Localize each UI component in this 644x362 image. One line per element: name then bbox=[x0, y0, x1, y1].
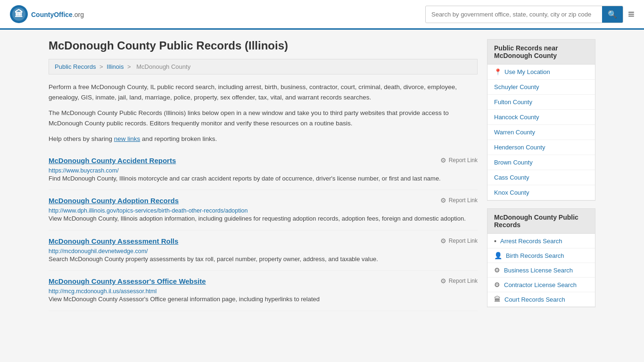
sidebar-record-link-item: ⚙ Business License Search bbox=[487, 263, 595, 278]
records-section: McDonough County Public Records ▪ Arrest… bbox=[487, 208, 595, 307]
logo-icon: 🏛 bbox=[9, 5, 28, 24]
record-item: McDonough County Assessor's Office Websi… bbox=[49, 271, 478, 311]
record-url-link[interactable]: http://mcdonoughil.devnetwedge.com/ bbox=[49, 248, 148, 255]
nearby-county-link[interactable]: Warren County bbox=[494, 129, 535, 136]
record-link[interactable]: Contractor License Search bbox=[504, 281, 577, 288]
breadcrumb: Public Records > Illinois > McDonough Co… bbox=[49, 59, 478, 74]
record-item: McDonough County Adoption Records ⚙ Repo… bbox=[49, 190, 478, 230]
record-item: McDonough County Accident Reports ⚙ Repo… bbox=[49, 150, 478, 190]
report-link[interactable]: ⚙ Report Link bbox=[440, 237, 478, 245]
nearby-county-link[interactable]: Schuyler County bbox=[494, 83, 539, 90]
nearby-county-link[interactable]: Fulton County bbox=[494, 99, 532, 106]
sidebar: Public Records near McDonough County 📍 U… bbox=[487, 39, 595, 315]
description-2: The McDonough County Public Records (Ill… bbox=[49, 108, 478, 128]
nearby-county-item: Hancock County bbox=[487, 110, 595, 125]
records-links-list: ▪ Arrest Records Search 👤 Birth Records … bbox=[487, 234, 595, 307]
record-link-icon: ⚙ bbox=[494, 266, 500, 274]
record-item: McDonough County Assessment Rolls ⚙ Repo… bbox=[49, 230, 478, 271]
search-input[interactable] bbox=[426, 7, 602, 22]
record-description: View McDonough County Assessor's Office … bbox=[49, 295, 478, 304]
use-my-location[interactable]: 📍 Use My Location bbox=[487, 65, 595, 80]
report-link-icon: ⚙ bbox=[440, 156, 446, 164]
sidebar-record-link-item: 👤 Birth Records Search bbox=[487, 248, 595, 263]
records-list: McDonough County Accident Reports ⚙ Repo… bbox=[49, 150, 478, 311]
main-container: McDonough County Public Records (Illinoi… bbox=[39, 30, 605, 324]
breadcrumb-public-records[interactable]: Public Records bbox=[55, 63, 96, 70]
record-link[interactable]: Court Records Search bbox=[504, 296, 565, 303]
record-title[interactable]: McDonough County Assessment Rolls bbox=[49, 237, 178, 245]
breadcrumb-illinois[interactable]: Illinois bbox=[107, 63, 124, 70]
nearby-section-title: Public Records near McDonough County bbox=[487, 40, 595, 65]
record-header: McDonough County Accident Reports ⚙ Repo… bbox=[49, 156, 478, 165]
nearby-county-link[interactable]: Brown County bbox=[494, 159, 533, 166]
nearby-county-item: Warren County bbox=[487, 125, 595, 140]
report-link[interactable]: ⚙ Report Link bbox=[440, 156, 478, 164]
report-link[interactable]: ⚙ Report Link bbox=[440, 197, 478, 204]
record-url: http://mcdonoughil.devnetwedge.com/ bbox=[49, 247, 478, 255]
nearby-county-link[interactable]: Cass County bbox=[494, 174, 529, 181]
logo-text: CountyOffice.org bbox=[31, 9, 84, 19]
report-link[interactable]: ⚙ Report Link bbox=[440, 277, 478, 285]
record-url-link[interactable]: https://www.buycrash.com/ bbox=[49, 167, 119, 174]
record-header: McDonough County Assessment Rolls ⚙ Repo… bbox=[49, 237, 478, 245]
breadcrumb-sep1: > bbox=[99, 63, 105, 70]
breadcrumb-sep2: > bbox=[127, 63, 132, 70]
content-area: McDonough County Public Records (Illinoi… bbox=[49, 39, 478, 315]
record-link-icon: 👤 bbox=[494, 252, 502, 259]
record-link[interactable]: Business License Search bbox=[504, 267, 573, 274]
record-url: http://www.dph.illinois.gov/topics-servi… bbox=[49, 206, 478, 214]
nearby-county-item: Fulton County bbox=[487, 95, 595, 110]
record-link[interactable]: Birth Records Search bbox=[506, 252, 564, 259]
nearby-counties-list: Schuyler CountyFulton CountyHancock Coun… bbox=[487, 80, 595, 200]
sidebar-record-link-item: ⚙ Contractor License Search bbox=[487, 278, 595, 292]
record-url: http://mcg.mcdonough.il.us/assessor.html bbox=[49, 287, 478, 295]
nearby-county-link[interactable]: Henderson County bbox=[494, 144, 545, 151]
nearby-county-item: Cass County bbox=[487, 170, 595, 185]
nearby-county-item: Henderson County bbox=[487, 140, 595, 155]
nearby-section: Public Records near McDonough County 📍 U… bbox=[487, 39, 595, 201]
record-link-icon: ▪ bbox=[494, 237, 496, 245]
record-link-icon: ⚙ bbox=[494, 281, 500, 288]
description-1: Perform a free McDonough County, IL publ… bbox=[49, 82, 478, 102]
record-url-link[interactable]: http://www.dph.illinois.gov/topics-servi… bbox=[49, 207, 248, 214]
record-header: McDonough County Adoption Records ⚙ Repo… bbox=[49, 197, 478, 205]
svg-text:🏛: 🏛 bbox=[15, 9, 23, 19]
record-link[interactable]: Arrest Records Search bbox=[500, 238, 562, 245]
sidebar-record-link-item: ▪ Arrest Records Search bbox=[487, 234, 595, 248]
record-url: https://www.buycrash.com/ bbox=[49, 166, 478, 174]
description-3: Help others by sharing new links and rep… bbox=[49, 134, 478, 144]
report-link-icon: ⚙ bbox=[440, 237, 446, 245]
record-link-icon: 🏛 bbox=[494, 296, 501, 303]
sidebar-record-link-item: 🏛 Court Records Search bbox=[487, 292, 595, 307]
record-title[interactable]: McDonough County Adoption Records bbox=[49, 197, 179, 205]
use-my-location-link[interactable]: Use My Location bbox=[504, 68, 550, 75]
location-pin-icon: 📍 bbox=[494, 68, 502, 75]
record-description: Search McDonough County property assessm… bbox=[49, 255, 478, 264]
nearby-county-link[interactable]: Hancock County bbox=[494, 114, 539, 121]
nearby-county-link[interactable]: Knox County bbox=[494, 189, 529, 196]
record-description: View McDonough County, Illinois adoption… bbox=[49, 214, 478, 223]
record-title[interactable]: McDonough County Assessor's Office Websi… bbox=[49, 277, 206, 285]
report-link-icon: ⚙ bbox=[440, 197, 446, 204]
new-links-link[interactable]: new links bbox=[114, 135, 140, 142]
breadcrumb-current: McDonough County bbox=[136, 63, 190, 70]
records-section-title: McDonough County Public Records bbox=[487, 209, 595, 234]
site-header: 🏛 CountyOffice.org 🔍 ≡ bbox=[0, 0, 644, 30]
record-header: McDonough County Assessor's Office Websi… bbox=[49, 277, 478, 285]
header-right: 🔍 ≡ bbox=[425, 6, 635, 23]
nearby-county-item: Schuyler County bbox=[487, 80, 595, 95]
search-bar: 🔍 bbox=[425, 6, 623, 23]
page-title: McDonough County Public Records (Illinoi… bbox=[49, 39, 478, 52]
search-button[interactable]: 🔍 bbox=[602, 6, 623, 23]
report-link-icon: ⚙ bbox=[440, 277, 446, 285]
nearby-county-item: Brown County bbox=[487, 155, 595, 170]
record-description: Find McDonough County, Illinois motorcyc… bbox=[49, 174, 478, 183]
nearby-county-item: Knox County bbox=[487, 185, 595, 200]
description-3-pre: Help others by sharing bbox=[49, 135, 114, 142]
description-3-post: and reporting broken links. bbox=[140, 135, 217, 142]
logo[interactable]: 🏛 CountyOffice.org bbox=[9, 5, 84, 24]
record-url-link[interactable]: http://mcg.mcdonough.il.us/assessor.html bbox=[49, 288, 157, 295]
record-title[interactable]: McDonough County Accident Reports bbox=[49, 156, 176, 165]
hamburger-menu-icon[interactable]: ≡ bbox=[628, 8, 635, 21]
